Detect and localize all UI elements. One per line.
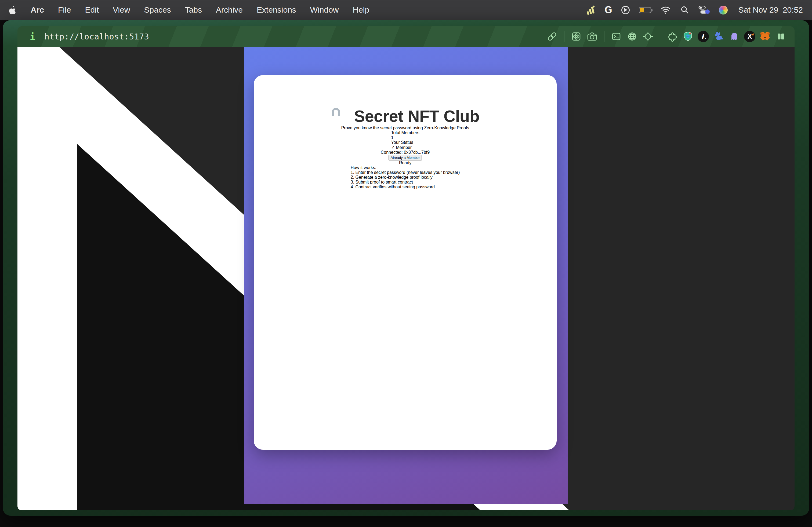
apple-menu-icon[interactable]	[9, 4, 17, 15]
menubar-item-view[interactable]: View	[113, 5, 130, 15]
browser-toolbar: i http://localhost:5173	[17, 26, 795, 47]
spotlight-icon[interactable]	[680, 4, 689, 15]
ghostery-icon[interactable]	[728, 30, 741, 43]
how-step-2: 2. Generate a zero-knowledge proof local…	[351, 175, 460, 180]
toolbar-divider	[660, 31, 660, 42]
screen: Arc File Edit View Spaces Tabs Archive E…	[0, 0, 812, 527]
stocks-chart-icon[interactable]	[585, 4, 596, 15]
menubar-clock[interactable]: Sat Nov 29 20:52	[738, 5, 803, 15]
siri-icon[interactable]	[719, 6, 728, 15]
already-member-button[interactable]: Already a Member	[389, 155, 422, 161]
menubar-item-archive[interactable]: Archive	[216, 5, 243, 15]
menubar-item-arc[interactable]: Arc	[31, 5, 44, 15]
blue-rabbit-extension-icon[interactable]	[712, 30, 725, 43]
how-step-1: 1. Enter the secret password (never leav…	[351, 170, 460, 175]
your-status-box: Your Status ✓ Member	[391, 140, 419, 150]
script-l-extension-icon[interactable]: L	[698, 31, 709, 42]
wifi-icon[interactable]	[660, 4, 671, 15]
menubar-item-tabs[interactable]: Tabs	[185, 5, 202, 15]
link-icon[interactable]	[546, 30, 558, 43]
how-step-3: 3. Submit proof to smart contract	[351, 180, 460, 185]
toolbar-divider	[604, 31, 605, 42]
puzzle-extensions-icon[interactable]	[666, 30, 678, 43]
browser-content: Secret NFT Club Prove you know the secre…	[17, 47, 795, 510]
crosshair-icon[interactable]	[642, 30, 654, 43]
how-it-works-box: How it works: 1. Enter the secret passwo…	[351, 165, 460, 190]
battery-icon[interactable]	[639, 4, 651, 15]
camera-icon[interactable]	[586, 30, 598, 43]
total-members-box: Total Members 1	[391, 131, 419, 140]
play-icon[interactable]	[621, 4, 630, 15]
check-mark-icon: ✓	[391, 145, 395, 150]
stats-row: Total Members 1 Your Status ✓ Member	[391, 131, 419, 150]
grammarly-icon[interactable]: G	[605, 4, 612, 15]
menubar-item-file[interactable]: File	[58, 5, 71, 15]
connected-address: Connected: 0x37cb...7bf9	[381, 150, 430, 155]
metamask-fox-icon[interactable]	[759, 30, 771, 43]
member-status-value: Member	[396, 145, 412, 150]
globe-icon[interactable]	[626, 30, 638, 43]
macos-menubar: Arc File Edit View Spaces Tabs Archive E…	[0, 0, 812, 20]
control-center-icon[interactable]	[698, 4, 710, 15]
your-status-label: Your Status	[391, 140, 419, 145]
split-view-icon[interactable]	[775, 30, 787, 43]
secret-nft-club-card: Secret NFT Club Prove you know the secre…	[254, 75, 557, 450]
how-it-works-title: How it works:	[351, 165, 460, 170]
browser-window: i http://localhost:5173	[3, 20, 809, 516]
menubar-item-edit[interactable]: Edit	[85, 5, 99, 15]
x-extension-icon[interactable]: X	[744, 31, 755, 42]
toolbar-divider	[564, 31, 564, 42]
status-text: Ready	[399, 161, 411, 165]
total-members-label: Total Members	[391, 131, 419, 135]
page-title: Secret NFT Club	[354, 107, 479, 125]
total-members-value: 1	[391, 135, 419, 140]
locked-with-key-icon	[331, 108, 348, 124]
menubar-item-window[interactable]: Window	[310, 5, 339, 15]
site-info-icon[interactable]: i	[30, 31, 35, 42]
page-gradient-background: Secret NFT Club Prove you know the secre…	[244, 47, 568, 504]
url-address[interactable]: http://localhost:5173	[44, 32, 149, 41]
terminal-icon[interactable]	[610, 30, 622, 43]
privacy-shield-icon[interactable]	[682, 30, 694, 43]
menubar-item-help[interactable]: Help	[353, 5, 369, 15]
how-step-4: 4. Contract verifies without seeing pass…	[351, 185, 460, 190]
menubar-item-extensions[interactable]: Extensions	[257, 5, 296, 15]
image-capture-icon[interactable]	[570, 30, 582, 43]
page-subtitle: Prove you know the secret password using…	[341, 125, 469, 131]
menubar-item-spaces[interactable]: Spaces	[144, 5, 171, 15]
